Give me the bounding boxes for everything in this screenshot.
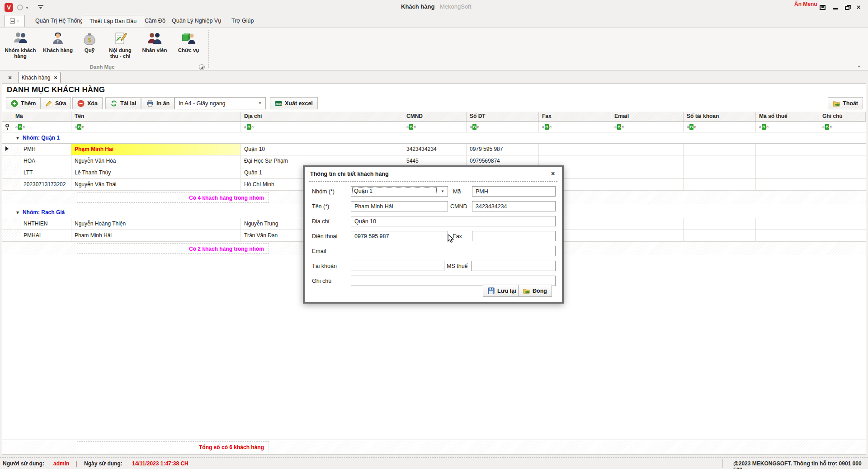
edit-button[interactable]: Sửa	[40, 97, 71, 109]
column-header-cmnd[interactable]: CMND	[403, 112, 467, 121]
ribbon-item-nhom-khach-hang[interactable]: Nhóm khách hàng	[3, 30, 38, 64]
close-icon[interactable]: ×	[54, 75, 57, 81]
column-header-ma[interactable]: Mã	[12, 112, 71, 121]
filter-cell-ten[interactable]: aBc	[71, 122, 241, 132]
filter-cell-mst[interactable]: aBc	[756, 122, 819, 132]
ribbon-group-dialog-icon[interactable]: ◢	[199, 64, 205, 70]
dialog-close-icon[interactable]: ×	[551, 170, 555, 177]
print-button[interactable]: In ấn	[142, 97, 175, 109]
column-header-fax[interactable]: Fax	[539, 112, 611, 121]
ribbon-tab-thiet-lap-ban-dau[interactable]: Thiết Lập Ban Đầu	[82, 15, 144, 28]
print-layout-select[interactable]: In A4 - Giấy ngang ▼	[175, 97, 266, 109]
cell-ma: NHTHIEN	[20, 218, 71, 230]
quick-access-dropdown-icon[interactable]: ▼	[25, 6, 29, 10]
save-button[interactable]: Lưu lại	[483, 285, 521, 297]
exit-folder-icon	[523, 287, 530, 294]
fax-input[interactable]	[472, 231, 556, 241]
divider: |	[76, 460, 77, 467]
email-input[interactable]	[351, 246, 556, 256]
filter-cell-email[interactable]: aBc	[611, 122, 684, 132]
close-button[interactable]: ×	[857, 5, 863, 10]
close-dialog-button[interactable]: Đóng	[518, 285, 552, 297]
fullscreen-button[interactable]	[820, 5, 826, 10]
phone-input[interactable]: 0979 595 987	[351, 231, 448, 241]
user-value: admin	[53, 460, 69, 467]
column-header-mst[interactable]: Mã số thuế	[756, 112, 819, 121]
chevron-down-icon[interactable]: ▼	[438, 187, 448, 196]
tax-label: MS thuế	[447, 263, 468, 269]
reload-button[interactable]: Tải lại	[105, 97, 141, 109]
collapse-icon[interactable]: ▼	[15, 210, 20, 215]
row-indicator	[2, 155, 12, 167]
ribbon-item-chuc-vu[interactable]: Chức vụ	[175, 30, 203, 64]
user-label: Người sử dụng:	[3, 460, 44, 467]
ribbon-tab-quan-tri-he-thong[interactable]: Quản Trị Hệ Thống	[28, 15, 90, 28]
column-header-stk[interactable]: Số tài khoản	[684, 112, 756, 121]
address-label: Địa chỉ	[312, 218, 329, 225]
row-indicator	[2, 230, 12, 241]
group-combo[interactable]: Quận 1 ▼	[351, 186, 448, 197]
account-input[interactable]	[351, 261, 444, 271]
ribbon-item-noi-dung-thu-chi[interactable]: Nội dung thu - chi	[104, 30, 137, 64]
column-header-email[interactable]: Email	[611, 112, 684, 121]
ribbon-tab-tro-giup[interactable]: Trợ Giúp	[224, 15, 261, 28]
code-input[interactable]: PMH	[472, 186, 556, 197]
toolbar-customize-icon[interactable]	[38, 5, 43, 10]
tax-input[interactable]	[471, 261, 556, 271]
address-input[interactable]: Quận 10	[351, 216, 556, 226]
minimize-button[interactable]	[833, 5, 838, 9]
filter-cell-diachi[interactable]: aBc	[241, 122, 403, 132]
column-header-diachi[interactable]: Địa chỉ	[241, 112, 403, 121]
filter-cell-ma[interactable]: aBc	[12, 122, 71, 132]
close-tab-button[interactable]: ×	[5, 73, 15, 82]
cell-ma: PMHAI	[20, 230, 71, 241]
row-indicator	[2, 179, 12, 190]
filter-cell-fax[interactable]: aBc	[539, 122, 611, 132]
ribbon-item-khach-hang[interactable]: Khách hàng	[42, 30, 74, 64]
cmnd-input[interactable]: 3423434234	[472, 201, 556, 211]
floppy-icon	[488, 287, 495, 294]
group-summary-text: Có 2 khách hàng trong nhóm	[77, 243, 269, 254]
ribbon-collapse-icon[interactable]: ⌃	[857, 65, 861, 70]
quick-access-circle-icon[interactable]	[17, 5, 23, 10]
title-bar: V ▼ Khách hàng - MekongSoft Ẩn Menu ×	[0, 0, 868, 14]
filter-cell-sodt[interactable]: aBc	[467, 122, 539, 132]
group-row-quan-1[interactable]: ▼Nhóm: Quận 1	[2, 132, 866, 144]
tab-khach-hang[interactable]: Khách hàng ×	[18, 72, 61, 83]
filter-cell-stk[interactable]: aBc	[684, 122, 756, 132]
divider	[208, 30, 209, 68]
exit-button[interactable]: Thoát	[828, 97, 863, 109]
ribbon-item-nhan-vien[interactable]: Nhân viên	[139, 30, 170, 64]
document-tab-strip: × Khách hàng ×	[0, 71, 868, 83]
list-icon	[10, 19, 15, 23]
collapse-icon[interactable]: ▼	[15, 136, 20, 141]
status-bar: Người sử dụng: admin | Ngày sử dụng: 14/…	[0, 457, 868, 469]
name-input[interactable]: Phạm Minh Hải	[351, 201, 448, 211]
ribbon-tab-quan-ly-nghiep-vu[interactable]: Quản Lý Nghiệp Vụ	[165, 15, 228, 28]
restore-button[interactable]	[845, 6, 849, 10]
filter-cell-cmnd[interactable]: aBc	[403, 122, 467, 132]
minus-icon	[77, 100, 85, 107]
ribbon-item-quy[interactable]: $ Quỹ	[78, 30, 101, 64]
cell-diachi: Quận 10	[241, 144, 403, 155]
employees-icon	[147, 31, 162, 46]
column-header-ghichu[interactable]: Ghi chú	[819, 112, 866, 121]
filter-cell-ghichu[interactable]: aBc	[819, 122, 866, 132]
filter-pin-icon	[5, 124, 9, 127]
row-indicator	[2, 218, 12, 230]
app-logo-icon[interactable]: V	[5, 3, 13, 12]
export-excel-button[interactable]: XLSX Xuất excel	[270, 97, 318, 109]
column-header-sodt[interactable]: Số ĐT	[467, 112, 539, 121]
cell-sodt: 0979 595 987	[467, 144, 539, 155]
column-header-ten[interactable]: Tên	[71, 112, 241, 121]
customer-row-pmh[interactable]: PMH Phạm Minh Hải Quận 10 3423434234 097…	[2, 144, 866, 155]
application-menu-button[interactable]: ▽	[5, 15, 25, 27]
delete-button[interactable]: Xóa	[72, 97, 103, 109]
filter-row-indicator	[2, 122, 12, 132]
customer-detail-dialog: Thông tin chi tiết khách hàng × Nhóm (*)…	[303, 165, 564, 304]
hide-menu-link[interactable]: Ẩn Menu	[794, 1, 817, 7]
cell-ma: HOA	[20, 155, 71, 167]
add-button[interactable]: Thêm	[6, 97, 41, 109]
cell-ma: PMH	[20, 144, 71, 155]
customer-group-icon	[13, 31, 28, 46]
